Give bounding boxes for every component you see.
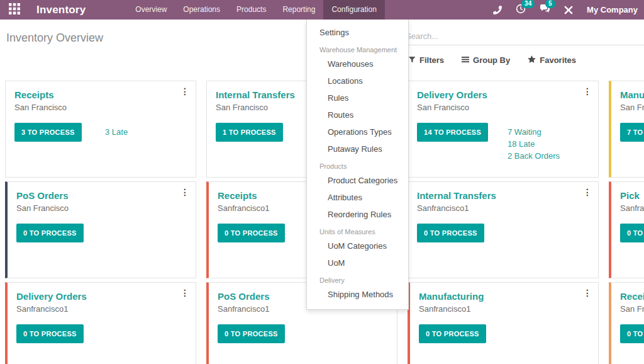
card-title[interactable]: PoS Orders [16, 190, 187, 201]
funnel-icon [409, 55, 416, 65]
filter-toolbar: Filters Group By Favorites [409, 55, 576, 65]
card-counts: 3 Late [105, 126, 128, 138]
group-by-label: Group By [473, 55, 510, 65]
card-title[interactable]: Receipts [620, 291, 644, 302]
messages-button[interactable]: 5 [540, 4, 550, 16]
menu-item-uom[interactable]: UoM [307, 254, 408, 271]
card-title[interactable]: Manufacturing [419, 291, 589, 302]
app-title[interactable]: Inventory [36, 0, 86, 20]
menu-item-reordering-rules[interactable]: Reordering Rules [307, 206, 408, 223]
menu-section-units-of-measures: Units of Measures [307, 223, 408, 237]
menu-item-shipping-methods[interactable]: Shipping Methods [307, 286, 408, 303]
nav-item-overview[interactable]: Overview [127, 0, 175, 20]
kanban-card: Pick Sanfrancisco1 ⋮ 0 TO PROCESS [609, 181, 644, 278]
group-by-button[interactable]: Group By [462, 55, 510, 65]
activities-button[interactable]: 34 [516, 4, 526, 16]
favorites-label: Favorites [540, 55, 576, 65]
user-menu[interactable]: My Company [587, 5, 638, 14]
to-process-button[interactable]: 7 TO PROCESS [620, 123, 644, 142]
kanban-card: Internal Transfers Sanfrancisco1 ⋮ 0 TO … [408, 181, 599, 278]
kebab-menu-icon[interactable]: ⋮ [583, 188, 592, 196]
inventory-overview-page: Inventory OverviewOperationsProductsRepo… [0, 0, 644, 364]
card-subtitle: San Francisco [620, 304, 644, 314]
kanban-card: Manufacturing San Francisco ⋮ 7 TO PROCE… [609, 81, 644, 178]
search-input[interactable] [406, 29, 644, 45]
phone-icon[interactable] [493, 6, 502, 14]
card-title[interactable]: Pick [620, 190, 644, 201]
card-subtitle: Sanfrancisco1 [620, 203, 644, 213]
top-nav: OverviewOperationsProductsReportingConfi… [127, 0, 385, 20]
kanban-card: Manufacturing Sanfrancisco1 ⋮ 0 TO PROCE… [408, 282, 599, 364]
to-process-button[interactable]: 1 TO PROCESS [216, 123, 283, 142]
to-process-button[interactable]: 0 TO PROCESS [417, 224, 484, 242]
nav-item-operations[interactable]: Operations [175, 0, 228, 20]
card-title[interactable]: Manufacturing [620, 89, 644, 100]
menu-section-delivery: Delivery [307, 271, 408, 286]
card-counts: 7 Waiting18 Late2 Back Orders [508, 126, 560, 162]
nav-item-reporting[interactable]: Reporting [274, 0, 323, 20]
to-process-button[interactable]: 0 TO PROCESS [16, 324, 84, 343]
card-title[interactable]: Delivery Orders [16, 291, 187, 302]
card-title[interactable]: Receipts [14, 89, 187, 100]
to-process-button[interactable]: 3 TO PROCESS [14, 123, 82, 142]
menu-item-product-categories[interactable]: Product Categories [307, 172, 408, 189]
menu-item-routes[interactable]: Routes [307, 106, 408, 123]
card-subtitle: San Francisco [14, 103, 187, 112]
nav-item-products[interactable]: Products [228, 0, 274, 20]
menu-item-settings[interactable]: Settings [307, 24, 408, 41]
messages-count-badge: 5 [545, 0, 555, 8]
card-subtitle: Sanfrancisco1 [16, 304, 187, 314]
kebab-menu-icon[interactable]: ⋮ [583, 87, 592, 96]
to-process-button[interactable]: 0 TO PROCESS [218, 224, 285, 242]
count-link-2-back-orders[interactable]: 2 Back Orders [508, 150, 560, 162]
kebab-menu-icon[interactable]: ⋮ [180, 188, 189, 196]
page-title: Inventory Overview [6, 31, 103, 45]
kebab-menu-icon[interactable]: ⋮ [583, 288, 592, 297]
to-process-button[interactable]: 0 TO PROCESS [620, 324, 644, 343]
card-title[interactable]: Internal Transfers [417, 190, 589, 201]
to-process-button[interactable]: 0 TO PROCESS [419, 324, 486, 343]
nav-item-configuration[interactable]: Configuration [323, 0, 384, 20]
menu-item-attributes[interactable]: Attributes [307, 189, 408, 206]
kanban-card: PoS Orders San Francisco ⋮ 0 TO PROCESS [5, 181, 196, 278]
menu-item-uom-categories[interactable]: UoM Categories [307, 237, 408, 254]
apps-menu-button[interactable] [0, 0, 29, 20]
kanban-card: Delivery Orders Sanfrancisco1 ⋮ 0 TO PRO… [5, 282, 196, 364]
apps-grid-icon [9, 3, 20, 17]
to-process-button[interactable]: 14 TO PROCESS [417, 123, 488, 142]
menu-section-warehouse-management: Warehouse Management [307, 41, 408, 55]
count-link-7-waiting[interactable]: 7 Waiting [508, 126, 560, 138]
menu-item-operations-types[interactable]: Operations Types [307, 123, 408, 140]
to-process-button[interactable]: 0 TO PROCESS [620, 224, 644, 242]
count-link-18-late[interactable]: 18 Late [508, 138, 560, 150]
top-bar: Inventory OverviewOperationsProductsRepo… [0, 0, 644, 20]
menu-item-locations[interactable]: Locations [307, 72, 408, 89]
kebab-menu-icon[interactable]: ⋮ [180, 288, 189, 297]
card-subtitle: San Francisco [16, 203, 187, 213]
config-dropdown: SettingsWarehouse ManagementWarehousesLo… [306, 20, 409, 310]
card-subtitle: Sanfrancisco1 [419, 304, 589, 314]
filters-label: Filters [419, 55, 444, 65]
tools-icon[interactable] [564, 6, 573, 14]
kebab-menu-icon[interactable]: ⋮ [180, 87, 189, 96]
topbar-right: 34 5 My Company [493, 0, 644, 20]
filters-button[interactable]: Filters [409, 55, 444, 65]
to-process-button[interactable]: 0 TO PROCESS [218, 324, 285, 343]
menu-item-warehouses[interactable]: Warehouses [307, 55, 408, 72]
favorites-button[interactable]: Favorites [528, 55, 576, 65]
card-subtitle: Sanfrancisco1 [417, 203, 589, 213]
card-subtitle: San Francisco [417, 103, 589, 112]
count-link-3-late[interactable]: 3 Late [105, 126, 128, 138]
card-subtitle: San Francisco [620, 103, 644, 112]
menu-item-putaway-rules[interactable]: Putaway Rules [307, 140, 408, 157]
menu-section-products: Products [307, 157, 408, 172]
menu-item-rules[interactable]: Rules [307, 89, 408, 106]
bars-icon [462, 55, 469, 65]
card-title[interactable]: Delivery Orders [417, 89, 589, 100]
activities-count-badge: 34 [521, 0, 535, 8]
to-process-button[interactable]: 0 TO PROCESS [16, 224, 84, 242]
kanban-card: Delivery Orders San Francisco ⋮ 14 TO PR… [408, 81, 599, 178]
kanban-card: Receipts San Francisco ⋮ 0 TO PROCESS [609, 282, 644, 364]
kanban-card: Receipts San Francisco ⋮ 3 TO PROCESS 3 … [5, 81, 196, 178]
star-icon [528, 55, 536, 65]
